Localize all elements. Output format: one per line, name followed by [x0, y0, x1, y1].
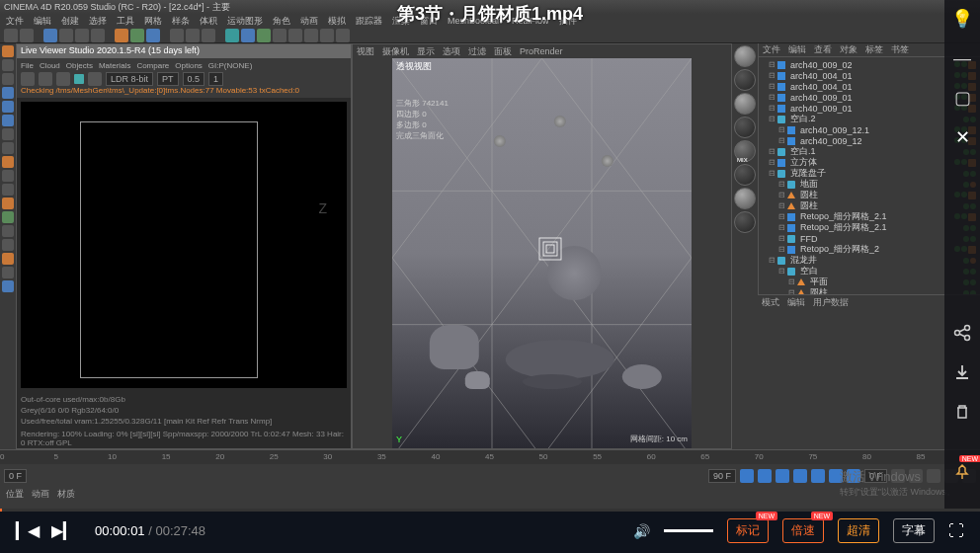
poly-mode-icon[interactable]: [2, 115, 14, 126]
vp-prorender[interactable]: ProRender: [520, 46, 563, 56]
menu-select[interactable]: 选择: [89, 15, 107, 28]
share-button[interactable]: [951, 322, 973, 344]
obj-view[interactable]: 查看: [814, 43, 832, 56]
menu-edit[interactable]: 编辑: [34, 15, 51, 28]
tl-play-icon[interactable]: [793, 469, 807, 483]
viewport-icon[interactable]: [2, 211, 14, 223]
tl-prev-frame-icon[interactable]: [776, 469, 789, 483]
tab-mat[interactable]: 材质: [57, 488, 75, 501]
misc5-icon[interactable]: [2, 280, 14, 292]
lv-materials[interactable]: Materials: [99, 61, 130, 70]
make-edit-icon[interactable]: [2, 198, 14, 209]
lv-val[interactable]: 0.5: [183, 72, 205, 86]
tab-pos[interactable]: 位置: [6, 488, 24, 501]
snap-icon[interactable]: [2, 128, 14, 140]
menu-mesh[interactable]: 网格: [144, 15, 162, 28]
material-ball-4[interactable]: [734, 117, 756, 138]
menu-mograph[interactable]: 运动图形: [227, 15, 263, 28]
xaxis-icon[interactable]: [115, 29, 128, 42]
misc1-icon[interactable]: [2, 225, 14, 237]
spline-icon[interactable]: [241, 29, 255, 42]
obj-tag[interactable]: 标签: [865, 43, 883, 56]
model-mode-icon[interactable]: [2, 45, 14, 57]
vp-display[interactable]: 显示: [417, 45, 435, 58]
next-button[interactable]: ▶▎: [51, 521, 75, 540]
array-icon[interactable]: [273, 29, 286, 42]
attr-user[interactable]: 用户数据: [813, 296, 849, 309]
menu-volume[interactable]: 体积: [200, 15, 217, 28]
vp-camera-gizmo[interactable]: [535, 234, 565, 264]
lv-compare[interactable]: Compare: [136, 61, 169, 70]
scale-icon[interactable]: [75, 29, 89, 42]
lv-cloud[interactable]: Cloud: [40, 61, 60, 70]
tl-ruler[interactable]: 051015202530354045505560657075808590: [0, 450, 980, 464]
render-icon[interactable]: [170, 29, 184, 42]
misc2-icon[interactable]: [2, 239, 14, 251]
edge-mode-icon[interactable]: [2, 101, 14, 113]
minimize-button[interactable]: —: [951, 47, 973, 69]
prev-button[interactable]: ▎◀: [16, 521, 40, 540]
pin-button[interactable]: NEW: [951, 461, 973, 483]
move-icon[interactable]: [59, 29, 73, 42]
lock-icon[interactable]: [2, 156, 14, 168]
material-ball-5[interactable]: [734, 164, 756, 186]
menu-create[interactable]: 创建: [61, 15, 79, 28]
tex-mode-icon[interactable]: [2, 73, 14, 85]
vp-camera[interactable]: 摄像机: [382, 45, 409, 58]
lv-refresh-icon[interactable]: [56, 72, 70, 86]
volume-slider[interactable]: [664, 529, 713, 532]
light-icon[interactable]: [320, 29, 334, 42]
fullscreen-icon[interactable]: ⛶: [948, 522, 964, 540]
lv-file[interactable]: File: [21, 61, 34, 70]
quality-button[interactable]: 超清: [838, 518, 879, 543]
material-ball-7[interactable]: [734, 211, 756, 233]
progress-bar[interactable]: [0, 509, 980, 512]
menu-track[interactable]: 跟踪器: [356, 15, 382, 28]
lv-canvas[interactable]: Z: [21, 102, 347, 388]
point-mode-icon[interactable]: [2, 87, 14, 99]
lv-one[interactable]: 1: [208, 72, 223, 86]
zaxis-icon[interactable]: [146, 29, 160, 42]
tl-goto-start-icon[interactable]: [740, 469, 754, 483]
material-ball-3[interactable]: [734, 93, 756, 115]
obj-file[interactable]: 文件: [763, 43, 780, 56]
tl-end[interactable]: 90 F: [708, 469, 736, 483]
tl-prev-key-icon[interactable]: [758, 469, 772, 483]
menu-file[interactable]: 文件: [6, 15, 24, 28]
lv-options[interactable]: Options: [175, 61, 203, 70]
tl-next-frame-icon[interactable]: [811, 469, 825, 483]
select-icon[interactable]: [43, 29, 57, 42]
renderset-icon[interactable]: [202, 29, 215, 42]
tab-anim[interactable]: 动画: [32, 488, 49, 501]
mark-button[interactable]: 标记NEW: [727, 518, 769, 543]
workplane-icon[interactable]: [2, 142, 14, 154]
lv-gi[interactable]: GI:P(NONE): [208, 61, 252, 70]
obj-obj[interactable]: 对象: [840, 43, 858, 56]
viewport-canvas[interactable]: 透视视图 三角形 742141 四边形 0 多边形 0 完成三角面化: [392, 58, 692, 448]
menu-anim[interactable]: 动画: [300, 15, 318, 28]
close-button[interactable]: ✕: [951, 126, 973, 148]
lv-ldr[interactable]: LDR 8-bit: [106, 72, 153, 86]
misc4-icon[interactable]: [2, 267, 14, 278]
deform-icon[interactable]: [288, 29, 302, 42]
material-ball-6[interactable]: [734, 188, 756, 209]
undo-icon[interactable]: [4, 29, 18, 42]
vp-view[interactable]: 视图: [357, 45, 374, 58]
yaxis-icon[interactable]: [130, 29, 144, 42]
attr-edit[interactable]: 编辑: [787, 296, 805, 309]
delete-button[interactable]: [951, 401, 973, 423]
axis-icon[interactable]: [2, 170, 14, 182]
menu-spline[interactable]: 样条: [172, 15, 190, 28]
speed-button[interactable]: 倍速NEW: [782, 518, 824, 543]
menu-char[interactable]: 角色: [273, 15, 290, 28]
obj-bm[interactable]: 书签: [891, 43, 909, 56]
lv-objects[interactable]: Objects: [66, 61, 93, 70]
menu-sim[interactable]: 模拟: [328, 15, 346, 28]
vp-options[interactable]: 选项: [443, 45, 460, 58]
redo-icon[interactable]: [20, 29, 34, 42]
floor-icon[interactable]: [304, 29, 318, 42]
lv-clip-icon[interactable]: [88, 72, 102, 86]
renderpv-icon[interactable]: [186, 29, 200, 42]
material-ball-mix[interactable]: [734, 140, 756, 162]
lv-lock-check[interactable]: [74, 74, 84, 84]
